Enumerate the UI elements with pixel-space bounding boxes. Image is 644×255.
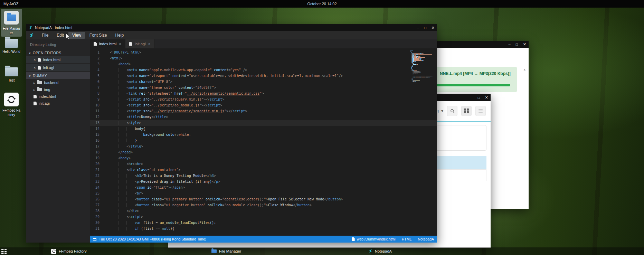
maximize-icon[interactable] <box>424 26 426 30</box>
line-number: 28 <box>90 208 105 214</box>
aroz-menu[interactable]: My ArOZ <box>3 2 18 6</box>
scroll-up-icon[interactable] <box>523 68 526 71</box>
tree-header-dummy[interactable]: DUMMY <box>26 72 90 79</box>
code-line[interactable]: 24 <span id="flist"></span> <box>90 185 437 190</box>
code-line[interactable]: 29 <script> <box>90 214 437 220</box>
close-icon[interactable] <box>34 58 36 62</box>
code-line[interactable]: 26 <button class="ui primary button" onc… <box>90 196 437 202</box>
code-line[interactable]: 28 </div> <box>90 208 437 214</box>
line-number: 6 <box>90 79 105 85</box>
close-icon[interactable] <box>119 42 121 46</box>
taskbar-item-ffmpeg-factory[interactable]: FFmpeg Factory <box>51 247 87 255</box>
desktop-icon-ffmpeg-factory[interactable]: FFmpeg Factory <box>1 93 22 117</box>
menu-help[interactable]: Help <box>112 32 128 39</box>
minimize-icon[interactable] <box>509 42 511 46</box>
code-line[interactable]: 7 <meta name="theme-color" content="#4b7… <box>90 85 437 91</box>
taskbar-item-label: NotepadA <box>375 249 392 253</box>
tree-item-index-html[interactable]: index.html <box>26 56 90 63</box>
code-line[interactable]: 23 <p>Received drag-in filelist (if any)… <box>90 179 437 185</box>
minimize-icon[interactable] <box>471 96 473 100</box>
minimize-icon[interactable] <box>417 26 419 30</box>
menu-file[interactable]: File <box>38 32 52 39</box>
maximize-icon[interactable] <box>516 42 518 46</box>
code-line[interactable]: 3 <head> <box>90 61 437 67</box>
code-editor[interactable]: 1<!DOCTYPE html>2<html>3 <head>4 <meta n… <box>90 48 437 236</box>
tree-item-img[interactable]: img <box>26 86 90 93</box>
code-line[interactable]: 16 } <box>90 138 437 143</box>
code-line[interactable]: 31 if (flist == null){ <box>90 226 437 232</box>
code-line[interactable]: 30 var flist = ao_module_loadInputFiles(… <box>90 220 437 226</box>
code-line[interactable]: 8 <link rel="stylesheet" href="../script… <box>90 91 437 96</box>
folder-icon <box>5 39 18 48</box>
tab-index-html[interactable]: index.html <box>90 39 125 48</box>
code-line[interactable]: 25 <br> <box>90 190 437 196</box>
notepada-title-bar[interactable]: NotepadA - index.html <box>26 24 437 31</box>
tree-item-init-agi[interactable]: init.agi <box>26 64 90 71</box>
close-icon[interactable] <box>523 42 526 46</box>
tab-init-agi[interactable]: init.agi <box>125 39 155 48</box>
code-line[interactable]: 17 </style> <box>90 143 437 149</box>
code-line[interactable]: 20 <br><br> <box>90 161 437 167</box>
close-icon[interactable] <box>148 42 151 46</box>
code-line[interactable]: 11 <script src="../script/semantic/seman… <box>90 108 437 114</box>
tree-item-label: img <box>44 87 50 92</box>
status-language[interactable]: HTML <box>402 237 412 241</box>
line-number: 22 <box>90 173 105 179</box>
minimap[interactable] <box>410 50 432 82</box>
search-button[interactable] <box>447 106 457 116</box>
tree-header-open-editors[interactable]: OPEN EDITORS <box>26 49 90 56</box>
tree-sections: OPEN EDITORSindex.htmlinit.agiDUMMYbacke… <box>26 49 90 107</box>
menu-edit[interactable]: Edit <box>53 32 68 39</box>
code-line[interactable]: 5 <meta name="viewport" content="user-sc… <box>90 73 437 79</box>
code-line[interactable]: 22 <h3>This is a Dummy Testing Module</h… <box>90 173 437 179</box>
app-launcher-icon[interactable] <box>1 249 7 254</box>
code-line[interactable]: 19 <body> <box>90 155 437 161</box>
taskbar-item-notepada[interactable]: NotepadA <box>368 247 392 255</box>
close-icon[interactable] <box>432 26 435 30</box>
code-line[interactable]: 12 <title>Dummy</title> <box>90 114 437 120</box>
caret-right-icon <box>34 81 35 85</box>
line-number: 20 <box>90 161 105 167</box>
code-line[interactable]: 9 <script src="../script/jquery.min.js">… <box>90 96 437 102</box>
editor-pane: index.htmlinit.agi 1<!DOCTYPE html>2<htm… <box>90 39 437 243</box>
code-line[interactable]: 14 body{ <box>90 126 437 132</box>
desktop-icon-hello-world[interactable]: Hello World <box>1 39 22 54</box>
tree-item-backend[interactable]: backend <box>26 79 90 86</box>
code-line[interactable]: 4 <meta name="apple-mobile-web-app-capab… <box>90 67 437 73</box>
status-app-name: NotepadA <box>418 237 434 241</box>
tree-item-init-agi[interactable]: init.agi <box>26 100 90 107</box>
file-icon <box>34 102 37 105</box>
code-line[interactable]: 18 </head> <box>90 149 437 155</box>
code-line[interactable]: 1<!DOCTYPE html> <box>90 49 437 55</box>
line-number: 12 <box>90 114 105 120</box>
file-icon <box>38 58 41 62</box>
grid-view-icon <box>464 108 469 113</box>
taskbar-item-file-manager[interactable]: File Manager <box>211 247 241 255</box>
close-icon[interactable] <box>34 66 36 69</box>
grid-view-button[interactable] <box>461 106 472 116</box>
code-line[interactable]: 13 <style> <box>90 120 437 126</box>
maximize-icon[interactable] <box>478 96 480 100</box>
code-line[interactable]: 6 <meta charset="UTF-8"> <box>90 79 437 85</box>
line-number: 18 <box>90 149 105 155</box>
close-icon[interactable] <box>485 96 488 100</box>
menu-font-size[interactable]: Font Size <box>86 32 111 39</box>
desktop-icon-test[interactable]: Test <box>1 67 22 83</box>
tree-item-label: backend <box>44 81 59 85</box>
desktop-icon-file-manager[interactable]: File Manager <box>1 9 22 37</box>
code-line[interactable]: 15 background-color:white; <box>90 132 437 138</box>
code-line[interactable]: 27 <button class="ui negative button" on… <box>90 202 437 208</box>
file-icon <box>94 42 97 46</box>
desktop-icon-label: Hello World <box>2 49 20 54</box>
menu-view[interactable]: View <box>68 32 85 39</box>
code-line[interactable]: 21 <div class="ui container"> <box>90 167 437 173</box>
list-view-icon <box>479 108 483 113</box>
code-line[interactable]: 10 <script src="../script/ao_module.js">… <box>90 102 437 108</box>
tree-item-label: index.html <box>43 58 60 62</box>
tree-item-index-html[interactable]: index.html <box>26 93 90 100</box>
code-line[interactable]: 2<html> <box>90 55 437 61</box>
notepada-window: NotepadA - index.html FileEditViewFont S… <box>26 24 437 243</box>
list-view-button[interactable] <box>475 106 486 116</box>
notepada-logo-icon <box>368 249 372 254</box>
notepada-logo-icon <box>29 32 34 38</box>
